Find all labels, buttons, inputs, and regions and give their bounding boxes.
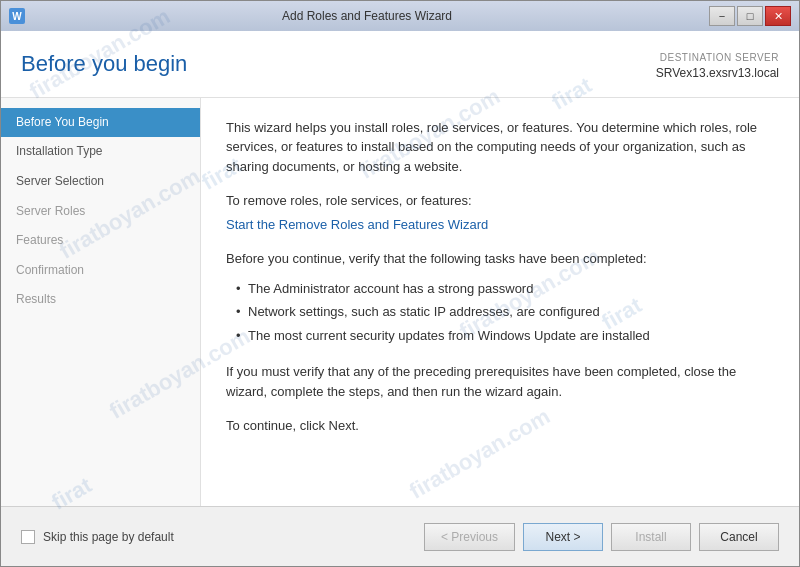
remove-roles-section: To remove roles, role services, or featu… xyxy=(226,191,774,234)
footer-buttons: < Previous Next > Install Cancel xyxy=(424,523,779,551)
nav-item-confirmation: Confirmation xyxy=(1,256,200,286)
wizard-container: Before you begin DESTINATION SERVER SRVe… xyxy=(1,31,799,566)
server-name: SRVex13.exsrv13.local xyxy=(656,65,779,82)
window-controls: − □ ✕ xyxy=(709,6,791,26)
wizard-content: This wizard helps you install roles, rol… xyxy=(201,98,799,506)
remove-roles-label: To remove roles, role services, or featu… xyxy=(226,191,774,211)
nav-item-server-roles: Server Roles xyxy=(1,197,200,227)
minimize-button[interactable]: − xyxy=(709,6,735,26)
skip-label: Skip this page by default xyxy=(43,530,174,544)
previous-button[interactable]: < Previous xyxy=(424,523,515,551)
wizard-title: Before you begin xyxy=(21,51,187,77)
app-icon: W xyxy=(9,8,25,24)
skip-checkbox-area: Skip this page by default xyxy=(21,530,174,544)
wizard-window: W Add Roles and Features Wizard − □ ✕ Be… xyxy=(0,0,800,567)
tasks-section: Before you continue, verify that the fol… xyxy=(226,249,774,347)
nav-item-results: Results xyxy=(1,285,200,315)
nav-item-installation-type[interactable]: Installation Type xyxy=(1,137,200,167)
title-bar: W Add Roles and Features Wizard − □ ✕ xyxy=(1,1,799,31)
next-button[interactable]: Next > xyxy=(523,523,603,551)
nav-item-features: Features xyxy=(1,226,200,256)
install-button[interactable]: Install xyxy=(611,523,691,551)
verify-text: If you must verify that any of the prece… xyxy=(226,362,774,401)
skip-checkbox[interactable] xyxy=(21,530,35,544)
remove-roles-link[interactable]: Start the Remove Roles and Features Wiza… xyxy=(226,217,488,232)
destination-server-info: DESTINATION SERVER SRVex13.exsrv13.local xyxy=(656,51,779,82)
nav-item-server-selection[interactable]: Server Selection xyxy=(1,167,200,197)
task-item-3: The most current security updates from W… xyxy=(236,324,774,348)
wizard-body: Before You Begin Installation Type Serve… xyxy=(1,98,799,506)
task-item-2: Network settings, such as static IP addr… xyxy=(236,300,774,324)
content-intro: This wizard helps you install roles, rol… xyxy=(226,118,774,177)
nav-item-before-you-begin[interactable]: Before You Begin xyxy=(1,108,200,138)
window-title: Add Roles and Features Wizard xyxy=(25,9,709,23)
task-item-1: The Administrator account has a strong p… xyxy=(236,277,774,301)
cancel-button[interactable]: Cancel xyxy=(699,523,779,551)
wizard-nav: Before You Begin Installation Type Serve… xyxy=(1,98,201,506)
tasks-intro: Before you continue, verify that the fol… xyxy=(226,249,774,269)
continue-text: To continue, click Next. xyxy=(226,416,774,436)
wizard-footer: Skip this page by default < Previous Nex… xyxy=(1,506,799,566)
wizard-header: Before you begin DESTINATION SERVER SRVe… xyxy=(1,31,799,98)
maximize-button[interactable]: □ xyxy=(737,6,763,26)
destination-label: DESTINATION SERVER xyxy=(656,51,779,65)
close-button[interactable]: ✕ xyxy=(765,6,791,26)
tasks-list: The Administrator account has a strong p… xyxy=(226,277,774,348)
